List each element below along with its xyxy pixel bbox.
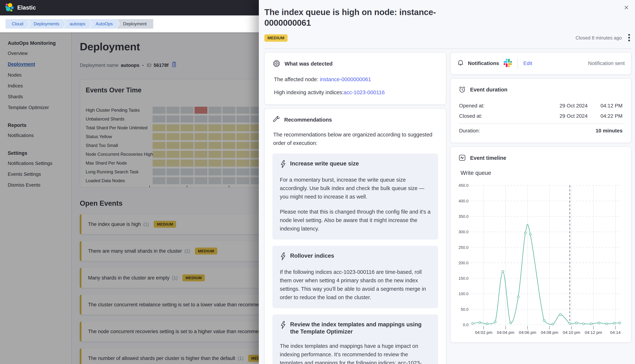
duration-row: Closed at:29 Oct 202404:22 PM — [458, 111, 623, 121]
recommendation-card: Rollover indicesIf the following indices… — [272, 246, 438, 308]
event-duration-heading: Event duration — [470, 87, 507, 93]
svg-text:04:10 pm: 04:10 pm — [563, 330, 580, 335]
flyout-left-column: What was detected The affected node: ins… — [264, 52, 446, 364]
svg-text:150.0: 150.0 — [459, 276, 468, 280]
recommendation-card: Review the index templates and mappings … — [272, 314, 438, 364]
recommendation-body: The index templates and mappings have a … — [280, 342, 431, 364]
wrench-icon — [272, 116, 280, 124]
bolt-icon — [280, 321, 286, 330]
duration-row: Opened at:29 Oct 202404:12 PM — [458, 101, 623, 111]
svg-text:450.0: 450.0 — [459, 183, 468, 188]
breadcrumb-item-deployment: Deployment — [117, 19, 153, 29]
svg-text:04:04 pm: 04:04 pm — [497, 330, 514, 335]
recommendations-intro: The recommendations below are organized … — [273, 130, 435, 147]
notifications-card: Notifications Edit Notification — [450, 52, 631, 74]
duration-row-date: 29 Oct 2024 — [534, 103, 587, 109]
severity-badge: MEDIUM — [264, 34, 287, 42]
flyout-right-column: Notifications Edit Notification — [450, 52, 631, 364]
duration-row-date: 29 Oct 2024 — [534, 113, 587, 119]
svg-text:04:06 pm: 04:06 pm — [519, 330, 536, 335]
slack-icon — [504, 59, 512, 68]
bolt-icon — [280, 160, 286, 169]
app-title: Elastic — [17, 4, 36, 11]
notification-status: Notification sent — [588, 60, 625, 66]
recommendation-body: For a momentary burst, increase the writ… — [280, 176, 431, 233]
recommendation-body: If the following indices acc-1023-000116… — [280, 268, 431, 302]
breadcrumb-item-cloud[interactable]: Cloud — [6, 19, 30, 29]
closed-status-text: Closed 8 minutes ago — [576, 35, 622, 41]
event-timeline-heading: Event timeline — [470, 155, 506, 161]
bolt-icon — [280, 252, 286, 261]
event-flyout: The index queue is high on node: instanc… — [259, 0, 635, 364]
vertical-divider — [517, 58, 518, 69]
breadcrumb-item-deployments[interactable]: Deployments — [27, 19, 66, 29]
svg-text:350.0: 350.0 — [459, 214, 468, 219]
svg-text:300.0: 300.0 — [459, 230, 468, 234]
flyout-badge-row: MEDIUM Closed 8 minutes ago — [264, 33, 631, 43]
affected-node-link[interactable]: instance-0000000061 — [320, 76, 371, 82]
what-was-detected-card: What was detected The affected node: ins… — [264, 52, 446, 105]
svg-text:250.0: 250.0 — [459, 245, 468, 250]
svg-text:0.0: 0.0 — [463, 322, 468, 327]
svg-text:200.0: 200.0 — [459, 260, 468, 265]
event-timeline-card: Event timeline Write queue 0.050.0100.01… — [450, 146, 631, 342]
indexing-activity-label: High indexing activity indices: — [274, 90, 344, 95]
svg-text:50.0: 50.0 — [461, 307, 468, 312]
svg-text:04:02 pm: 04:02 pm — [475, 330, 492, 335]
edit-notifications-link[interactable]: Edit — [523, 60, 532, 66]
recommendation-title: Rollover indices — [290, 252, 334, 260]
flyout-divider — [264, 48, 631, 49]
notifications-heading: Notifications — [468, 60, 499, 66]
breadcrumb-item-autoops[interactable]: autoops — [64, 19, 92, 29]
recommendation-paragraph: For a momentary burst, increase the writ… — [280, 176, 431, 201]
duration-value: 10 minutes — [596, 128, 622, 134]
duration-row-label: Opened at: — [459, 103, 534, 109]
write-queue-chart: 0.050.0100.0150.0200.0250.0300.0350.0400… — [458, 178, 623, 338]
svg-text:04:08 pm: 04:08 pm — [541, 330, 558, 335]
breadcrumb-item-autoops[interactable]: AutoOps — [89, 19, 119, 29]
elastic-logo-icon — [5, 3, 14, 13]
kebab-menu-icon[interactable] — [627, 33, 631, 43]
svg-text:100.0: 100.0 — [459, 292, 468, 296]
svg-text:04:14: 04:14 — [610, 330, 621, 335]
svg-text:400.0: 400.0 — [459, 199, 468, 203]
duration-row-label: Closed at: — [459, 113, 534, 119]
close-icon[interactable] — [622, 4, 630, 12]
svg-text:04:12 pm: 04:12 pm — [585, 330, 602, 335]
what-was-detected-body: The affected node: instance-0000000061 H… — [274, 76, 438, 96]
duration-total-row: Duration: 10 minutes — [458, 126, 623, 136]
chart-title: Write queue — [461, 170, 623, 176]
alarm-clock-icon — [458, 86, 466, 94]
recommendations-card: Recommendations The recommendations belo… — [264, 108, 446, 364]
cpu-chip-icon — [272, 60, 280, 68]
pulse-chart-icon — [458, 154, 466, 162]
flyout-title: The index queue is high on node: instanc… — [264, 7, 467, 28]
indexing-activity-link[interactable]: acc-1023-000116 — [344, 90, 385, 95]
recommendation-title: Review the index templates and mappings … — [290, 321, 431, 335]
duration-row-time: 04:22 PM — [587, 113, 622, 119]
recommendation-paragraph: If the following indices acc-1023-000116… — [280, 268, 431, 302]
recommendation-paragraph: The index templates and mappings have a … — [280, 342, 431, 364]
recommendation-paragraph: Please note that this is changed through… — [280, 208, 431, 233]
duration-row-time: 04:12 PM — [587, 103, 622, 109]
what-was-detected-heading: What was detected — [284, 61, 333, 67]
duration-label: Duration: — [459, 128, 480, 134]
affected-node-label: The affected node: — [274, 76, 320, 82]
recommendations-heading: Recommendations — [284, 117, 332, 123]
bell-icon — [457, 59, 464, 68]
event-duration-card: Event duration Opened at:29 Oct 202404:1… — [450, 78, 631, 143]
recommendation-title: Increase write queue size — [290, 160, 359, 167]
recommendation-card: Increase write queue sizeFor a momentary… — [272, 154, 438, 240]
duration-divider — [458, 124, 623, 124]
